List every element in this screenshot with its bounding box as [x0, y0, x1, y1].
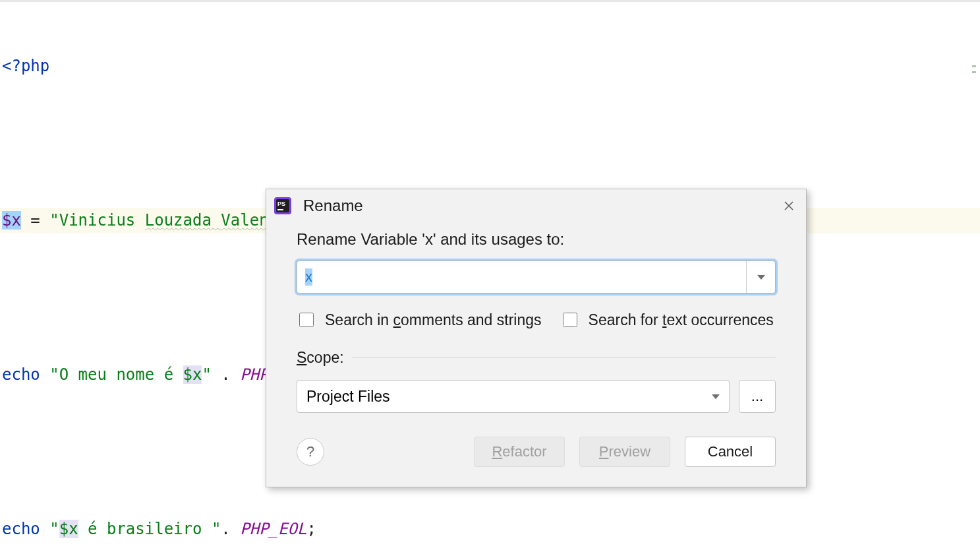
chevron-down-icon [757, 275, 765, 280]
refactor-button[interactable]: Refactor [474, 437, 565, 467]
variable-x-usage: $x [183, 365, 202, 384]
scope-combobox[interactable]: Project Files [297, 380, 730, 413]
php-open-tag: <?php [2, 57, 49, 75]
search-text-box[interactable] [563, 313, 577, 327]
php-eol-const: PHP_EOL [240, 520, 306, 538]
search-comments-box[interactable] [299, 313, 314, 327]
scroll-marker [972, 71, 976, 73]
variable-x-usage: $x [59, 520, 78, 538]
svg-rect-3 [277, 209, 283, 210]
scope-label: Scope: [297, 349, 344, 367]
close-button[interactable] [778, 195, 799, 216]
chevron-down-icon [712, 394, 720, 399]
rename-input-wrap [297, 261, 776, 293]
close-icon [784, 201, 793, 210]
rename-history-dropdown[interactable] [746, 261, 775, 293]
dialog-titlebar: PS Rename [266, 189, 806, 222]
rename-input[interactable] [297, 261, 746, 293]
phpstorm-icon: PS [274, 197, 291, 214]
search-text-checkbox[interactable]: Search for text occurrences [560, 311, 774, 329]
rename-prompt: Rename Variable 'x' and its usages to: [297, 230, 776, 249]
scroll-marker [972, 65, 976, 67]
divider [352, 357, 776, 358]
scope-more-button[interactable]: ... [739, 380, 776, 413]
code-line: <?php [0, 53, 980, 79]
svg-text:PS: PS [277, 201, 285, 207]
code-line: echo "$x é brasileiro ". PHP_EOL; [0, 516, 980, 542]
help-button[interactable]: ? [297, 438, 324, 466]
cancel-button[interactable]: Cancel [685, 437, 776, 467]
variable-x: $x [2, 211, 21, 230]
dialog-title: Rename [303, 197, 778, 215]
scope-value: Project Files [306, 388, 712, 406]
preview-button[interactable]: Preview [579, 437, 670, 467]
code-line [0, 131, 980, 156]
search-comments-checkbox[interactable]: Search in comments and strings [297, 311, 542, 329]
rename-dialog: PS Rename Rename Variable 'x' and its us… [266, 189, 807, 487]
